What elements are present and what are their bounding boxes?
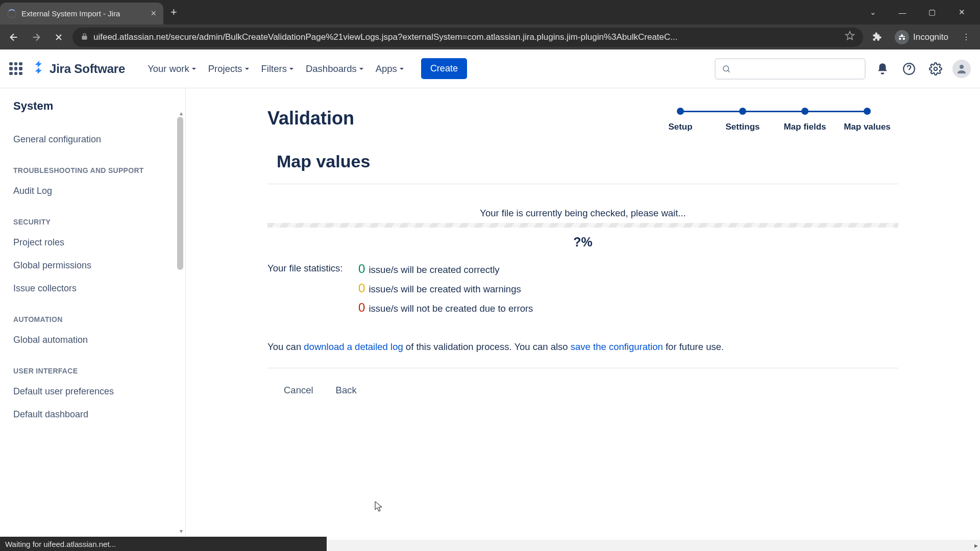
sidebar-item-default-dashboard[interactable]: Default dashboard: [13, 403, 176, 426]
bookmark-icon[interactable]: [845, 31, 855, 43]
download-log-link[interactable]: download a detailed log: [304, 341, 403, 352]
sidebar-heading: USER INTERFACE: [13, 367, 176, 375]
page-title: Validation: [267, 108, 354, 129]
svg-point-2: [934, 67, 938, 70]
settings-icon[interactable]: [926, 59, 945, 79]
status-text: Waiting for uifeed.atlassian.net...: [5, 540, 116, 548]
jira-logo-icon: [33, 61, 46, 77]
description-text: You can download a detailed log of this …: [267, 341, 898, 353]
sidebar-item-issue-collectors[interactable]: Issue collectors: [13, 277, 176, 300]
wizard-steps: Setup Settings Map fields Map values: [649, 108, 898, 132]
tab-title: External System Import - Jira: [21, 9, 145, 18]
chevron-down-icon: [400, 63, 404, 74]
url-text: uifeed.atlassian.net/secure/admin/BulkCr…: [93, 32, 840, 42]
sidebar: ▴ ▾ System General configuration TROUBLE…: [0, 88, 186, 537]
divider: [267, 368, 898, 368]
nav-dashboards[interactable]: Dashboards: [301, 60, 369, 78]
notifications-icon[interactable]: [873, 59, 892, 79]
chevron-down-icon: [245, 63, 249, 74]
chevron-down-icon: [192, 63, 196, 74]
nav-filters[interactable]: Filters: [256, 60, 299, 78]
scroll-down-icon[interactable]: ▾: [180, 528, 183, 535]
sidebar-item-global-permissions[interactable]: Global permissions: [13, 254, 176, 277]
tab-dropdown-icon[interactable]: ⌄: [866, 8, 880, 17]
window-controls: ⌄ ― ▢ ✕: [866, 8, 980, 17]
browser-tab-strip: External System Import - Jira × + ⌄ ― ▢ …: [0, 0, 980, 24]
chevron-down-icon: [359, 63, 363, 74]
step-setup: Setup: [649, 108, 712, 132]
window-maximize-icon[interactable]: ▢: [925, 8, 939, 17]
browser-status-bar: Waiting for uifeed.atlassian.net...: [0, 537, 327, 551]
cancel-button[interactable]: Cancel: [283, 383, 314, 398]
stop-reload-button[interactable]: [50, 29, 67, 46]
back-button[interactable]: Back: [335, 383, 358, 398]
search-field[interactable]: [735, 64, 859, 73]
jira-top-nav: Jira Software Your work Projects Filters…: [0, 49, 980, 88]
window-close-icon[interactable]: ✕: [954, 8, 969, 17]
progress-percent: ?%: [267, 235, 898, 249]
nav-your-work[interactable]: Your work: [142, 60, 201, 78]
window-minimize-icon[interactable]: ―: [895, 8, 910, 17]
sidebar-heading: SECURITY: [13, 218, 176, 226]
section-title: Map values: [277, 152, 898, 171]
stat-created-ok: 0 issue/s will be created correctly: [358, 262, 898, 276]
checking-message: Your file is currently being checked, pl…: [267, 208, 898, 219]
jira-logo-text: Jira Software: [50, 62, 125, 76]
forward-browser-button[interactable]: [28, 29, 45, 46]
app-switcher-icon[interactable]: [9, 62, 22, 76]
jira-logo[interactable]: Jira Software: [33, 61, 125, 77]
search-input[interactable]: [715, 58, 866, 80]
svg-point-0: [723, 66, 729, 71]
sidebar-item-audit-log[interactable]: Audit Log: [13, 180, 176, 203]
stats-label: Your file statistics:: [267, 262, 358, 276]
incognito-indicator[interactable]: Incognito: [891, 30, 952, 44]
loading-spinner-icon: [7, 9, 16, 18]
sidebar-item-default-user-prefs[interactable]: Default user preferences: [13, 380, 176, 403]
divider: [267, 184, 898, 184]
incognito-label: Incognito: [913, 32, 948, 42]
sidebar-item-project-roles[interactable]: Project roles: [13, 231, 176, 254]
main-content: Validation Setup Settings Map fields Map…: [186, 88, 980, 537]
back-browser-button[interactable]: [5, 29, 22, 46]
sidebar-item-global-automation[interactable]: Global automation: [13, 329, 176, 352]
chevron-down-icon: [289, 63, 293, 74]
scroll-right-icon[interactable]: ▸: [974, 541, 978, 549]
new-tab-button[interactable]: +: [170, 6, 177, 19]
lock-icon: [81, 33, 88, 42]
svg-point-3: [960, 65, 964, 69]
url-field[interactable]: uifeed.atlassian.net/secure/admin/BulkCr…: [72, 28, 863, 47]
file-statistics: Your file statistics: 0 issue/s will be …: [267, 262, 898, 315]
stat-created-warnings: 0 issue/s will be created with warnings: [358, 281, 898, 295]
browser-tab[interactable]: External System Import - Jira ×: [0, 3, 163, 24]
close-tab-icon[interactable]: ×: [151, 8, 156, 19]
nav-apps[interactable]: Apps: [371, 60, 409, 78]
sidebar-heading: AUTOMATION: [13, 315, 176, 323]
stat-created-errors: 0 issue/s will not be created due to err…: [358, 300, 898, 315]
nav-projects[interactable]: Projects: [203, 60, 254, 78]
browser-menu-icon[interactable]: ⋮: [958, 29, 975, 46]
sidebar-title: System: [13, 99, 176, 113]
sidebar-heading: TROUBLESHOOTING AND SUPPORT: [13, 166, 176, 174]
progress-bar: [267, 223, 898, 228]
incognito-icon: [895, 30, 909, 44]
help-icon[interactable]: [899, 59, 919, 79]
sidebar-scrollbar[interactable]: [177, 117, 183, 270]
horizontal-scrollbar[interactable]: ▸: [327, 540, 980, 551]
scroll-up-icon[interactable]: ▴: [180, 110, 183, 117]
profile-avatar[interactable]: [952, 60, 971, 78]
create-button[interactable]: Create: [421, 58, 467, 79]
sidebar-item-general-config[interactable]: General configuration: [13, 128, 176, 151]
save-configuration-link[interactable]: save the configuration: [571, 341, 663, 352]
extensions-icon[interactable]: [868, 29, 886, 46]
browser-address-bar: uifeed.atlassian.net/secure/admin/BulkCr…: [0, 24, 980, 49]
